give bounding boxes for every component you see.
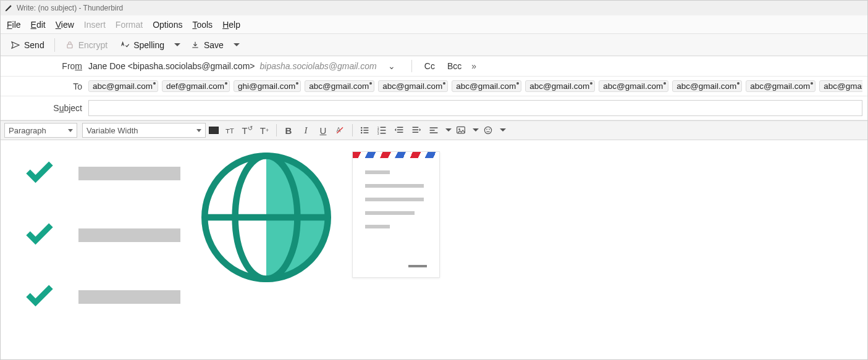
outdent-button[interactable] xyxy=(391,122,407,138)
save-icon xyxy=(190,40,200,50)
to-field[interactable]: abc@gmail.comdef@gmail.comghi@gmail.coma… xyxy=(88,80,862,92)
placeholder-line xyxy=(365,211,415,215)
menu-help[interactable]: Help xyxy=(222,20,240,30)
recipient-chip[interactable]: abc@gmail.com xyxy=(746,80,815,92)
recipient-chip[interactable]: abc@gmail.com xyxy=(452,80,521,92)
compose-toolbar: Send Encrypt Spelling Save xyxy=(1,34,867,56)
placeholder-line xyxy=(365,184,424,188)
numbered-list-button[interactable]: 123 xyxy=(374,122,390,138)
svg-rect-0 xyxy=(67,44,72,48)
window-title: Write: (no subject) - Thunderbird xyxy=(17,4,123,12)
placeholder-bar xyxy=(78,167,180,180)
svg-rect-19 xyxy=(413,127,419,128)
spelling-button[interactable]: Spelling xyxy=(115,38,169,52)
align-dropdown[interactable] xyxy=(443,123,452,138)
placeholder-bar xyxy=(78,228,180,242)
more-recipients-icon[interactable]: » xyxy=(468,61,480,71)
paragraph-style-select[interactable]: Paragraph xyxy=(4,123,77,138)
letter-illustration xyxy=(352,151,440,278)
recipient-chip[interactable]: abc@gmail.com xyxy=(88,80,158,92)
svg-point-6 xyxy=(361,130,363,132)
svg-rect-15 xyxy=(381,133,386,134)
pencil-icon xyxy=(4,4,13,12)
from-identity[interactable]: Jane Doe <bipasha.sociolabs@gmail.com> xyxy=(88,61,259,71)
svg-rect-7 xyxy=(363,130,368,131)
from-row: From Jane Doe <bipasha.sociolabs@gmail.c… xyxy=(1,56,867,77)
spelling-dropdown[interactable] xyxy=(172,38,183,52)
separator xyxy=(352,124,353,136)
svg-rect-17 xyxy=(397,129,403,130)
placeholder-line xyxy=(365,198,424,201)
svg-rect-11 xyxy=(381,127,386,128)
font-size-reset-button[interactable]: T↺ xyxy=(239,122,255,138)
placeholder-bar xyxy=(78,290,180,304)
list-item xyxy=(18,281,180,313)
text-color-button[interactable] xyxy=(209,127,219,134)
recipient-chip[interactable]: abc@gmail.com xyxy=(378,80,448,92)
bullet-list-button[interactable] xyxy=(356,122,373,138)
format-toolbar: Paragraph Variable Width ᴛT T↺ T+ B I U … xyxy=(1,120,867,140)
menu-tools[interactable]: Tools xyxy=(192,20,213,30)
recipient-chip[interactable]: abc@gmail.com xyxy=(305,80,374,92)
svg-point-28 xyxy=(486,129,487,130)
save-button[interactable]: Save xyxy=(185,38,229,52)
menu-file[interactable]: File xyxy=(7,20,21,30)
emoji-dropdown[interactable] xyxy=(497,123,506,138)
emoji-button[interactable] xyxy=(480,122,496,138)
svg-rect-22 xyxy=(430,127,438,128)
to-row: To abc@gmail.comdef@gmail.comghi@gmail.c… xyxy=(1,77,867,96)
svg-point-29 xyxy=(489,129,490,130)
svg-rect-18 xyxy=(397,132,403,133)
send-button[interactable]: Send xyxy=(6,38,49,52)
menu-options[interactable]: Options xyxy=(153,20,182,30)
check-icon xyxy=(18,281,61,313)
svg-point-27 xyxy=(484,127,491,133)
insert-image-dropdown[interactable] xyxy=(470,123,479,138)
placeholder-line xyxy=(365,225,390,228)
recipient-chip[interactable]: abc@gmail.com xyxy=(672,80,742,92)
svg-point-8 xyxy=(361,132,363,134)
font-size-increase-button[interactable]: T+ xyxy=(256,122,272,138)
subject-input[interactable] xyxy=(88,100,862,116)
underline-button[interactable]: U xyxy=(315,122,331,138)
checklist-illustration xyxy=(18,151,180,313)
globe-illustration xyxy=(201,151,331,282)
indent-button[interactable] xyxy=(408,122,424,138)
recipient-chip[interactable]: def@gmail.com xyxy=(162,80,230,92)
svg-text:3: 3 xyxy=(377,132,379,135)
separator xyxy=(411,60,412,72)
menu-view[interactable]: View xyxy=(56,20,74,30)
encrypt-button: Encrypt xyxy=(60,38,112,52)
recipient-chip[interactable]: abc@gmail.com xyxy=(599,80,668,92)
check-icon xyxy=(18,219,61,251)
svg-point-4 xyxy=(361,127,363,129)
insert-image-button[interactable] xyxy=(453,122,469,138)
menu-insert: Insert xyxy=(84,20,106,30)
menu-edit[interactable]: Edit xyxy=(31,20,46,30)
spellcheck-icon xyxy=(120,40,130,50)
recipient-chip[interactable]: abc@gmail.com xyxy=(525,80,595,92)
subject-label: Subject xyxy=(1,103,88,113)
from-dropdown[interactable]: ⌄ xyxy=(388,61,405,71)
italic-button[interactable]: I xyxy=(298,122,314,138)
list-item xyxy=(18,157,180,190)
svg-rect-16 xyxy=(397,127,403,128)
font-family-select[interactable]: Variable Width xyxy=(82,123,206,138)
separator xyxy=(276,124,277,136)
bold-button[interactable]: B xyxy=(280,122,297,138)
save-dropdown[interactable] xyxy=(231,38,242,52)
cc-button[interactable]: Cc xyxy=(418,61,441,71)
svg-text:ᴛT: ᴛT xyxy=(225,127,234,135)
to-label: To xyxy=(1,82,88,91)
font-size-decrease-button[interactable]: ᴛT xyxy=(222,122,238,138)
message-body[interactable] xyxy=(1,140,867,349)
remove-format-button[interactable]: A xyxy=(332,122,348,138)
svg-rect-9 xyxy=(363,132,368,133)
recipient-chip[interactable]: ghi@gmail.com xyxy=(234,80,301,92)
subject-row: Subject xyxy=(1,96,867,120)
recipient-chip[interactable]: abc@gmail.com xyxy=(819,80,862,92)
align-button[interactable] xyxy=(426,122,442,138)
bcc-button[interactable]: Bcc xyxy=(441,61,468,71)
svg-point-26 xyxy=(458,128,460,130)
signature-line xyxy=(408,265,427,267)
